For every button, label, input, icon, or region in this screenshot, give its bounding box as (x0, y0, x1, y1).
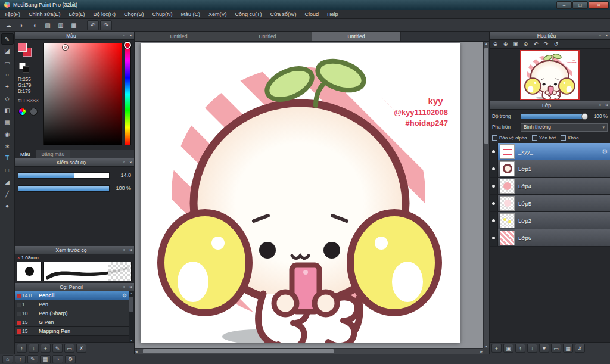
menu-item-select[interactable]: Chọn(S) (120, 10, 148, 18)
brush-preview-float-button[interactable]: ▫ (121, 247, 127, 253)
zoom-out-button[interactable]: ⊖ (491, 41, 500, 48)
brush-down-button[interactable]: ↓ (29, 344, 39, 353)
add-layer-button[interactable]: + (491, 344, 502, 353)
foreground-color-swatch[interactable] (18, 43, 27, 52)
brush-row-mapping-pen[interactable]: 15 Mapping Pen (15, 327, 129, 336)
scroll-thumb[interactable] (484, 48, 488, 144)
layer-visibility-toggle[interactable] (490, 160, 498, 177)
brush-opacity-slider[interactable] (18, 185, 110, 192)
layers-close-button[interactable]: × (603, 102, 610, 108)
layer-visibility-toggle[interactable] (490, 229, 498, 246)
menu-item-cloud[interactable]: Cloud (301, 10, 323, 18)
text-tool[interactable]: T (1, 153, 14, 164)
rotate-left-button[interactable]: ↶ (531, 41, 540, 48)
navigator-thumbnail[interactable] (520, 50, 580, 100)
settings-button[interactable]: ⚙ (65, 355, 76, 363)
close-button[interactable]: × (589, 1, 609, 9)
rotation-button[interactable]: ◔ (52, 355, 63, 363)
scroll-down-icon[interactable]: ▼ (130, 338, 133, 342)
maximize-button[interactable]: □ (572, 1, 588, 9)
brush-row-pen[interactable]: 1 Pen (15, 300, 129, 309)
brush-folder-button[interactable]: ▭ (64, 344, 74, 353)
menu-item-edit[interactable]: Chỉnh sửa(E) (24, 10, 65, 18)
bucket-tool[interactable]: ◧ (1, 105, 14, 116)
layer-row-lop1[interactable]: Lớp1 (490, 160, 610, 178)
brush-up-button[interactable]: ↑ (17, 344, 27, 353)
brush-list-scrollbar[interactable]: ▲ ▼ (129, 291, 134, 342)
zoom-in-button[interactable]: ⊕ (501, 41, 510, 48)
brush-row-g-pen[interactable]: 15 G Pen (15, 318, 129, 327)
scroll-right-icon[interactable]: ▶ (480, 350, 483, 353)
layer-row-lop5[interactable]: Lớp5 (490, 195, 610, 212)
layer-up-button[interactable]: ↑ (515, 344, 525, 353)
zoom-actual-button[interactable]: ⊙ (521, 41, 530, 48)
horizontal-scrollbar[interactable]: ◀ ▶ (135, 348, 483, 354)
gradient-tool[interactable]: ▩ (1, 117, 14, 128)
vertical-scrollbar[interactable]: ▲ ▼ (483, 42, 489, 348)
menu-item-view[interactable]: Xem(V) (204, 10, 231, 18)
layer-opacity-slider[interactable] (521, 114, 587, 119)
blend-mode-select[interactable]: Bình thường ▾ (521, 123, 608, 132)
layer-folder-button[interactable]: ▭ (551, 344, 561, 353)
speech-bubble-icon[interactable]: ◗ (15, 20, 27, 30)
menu-item-tools[interactable]: Công cụ(T) (231, 10, 266, 18)
brush-control-float-button[interactable]: ▫ (121, 159, 127, 166)
sv-indicator[interactable] (63, 45, 68, 50)
eyedropper-tool[interactable]: ◢ (1, 176, 14, 188)
layer-visibility-toggle[interactable] (490, 195, 498, 211)
brush-list-close-button[interactable]: × (127, 284, 134, 290)
brush-settings-icon[interactable]: ⚙ (122, 293, 129, 298)
clipping-checkbox[interactable] (532, 135, 537, 141)
lasso-tool[interactable]: ○ (1, 69, 14, 80)
pen-tool[interactable]: ✎ (1, 33, 14, 45)
canvas[interactable] (141, 43, 460, 343)
brush-preview-close-button[interactable]: × (127, 247, 134, 253)
duplicate-layer-button[interactable]: ▣ (503, 344, 513, 353)
delete-layer-button[interactable]: ✗ (575, 344, 585, 353)
comment-bubble-icon[interactable]: ◖ (29, 20, 41, 30)
eraser-tool[interactable]: ◪ (1, 45, 14, 57)
rotate-right-button[interactable]: ↷ (541, 41, 550, 48)
menu-item-layer[interactable]: Lớp(L) (65, 10, 89, 18)
tab-color[interactable]: Màu (15, 150, 36, 158)
grid-toggle-button[interactable]: ▦ (40, 355, 51, 363)
saturation-value-picker[interactable] (43, 43, 122, 145)
lock-checkbox[interactable] (561, 135, 566, 141)
doc-tab-2[interactable]: Untitled (223, 32, 312, 41)
delete-brush-button[interactable]: ✗ (76, 344, 86, 353)
menu-item-window[interactable]: Cửa sổ(W) (266, 10, 301, 18)
navigator-close-button[interactable]: × (603, 32, 610, 39)
doc-tab-1[interactable]: Untitled (135, 32, 223, 41)
layer-visibility-toggle[interactable] (490, 143, 498, 160)
doc-tab-3[interactable]: Untitled (312, 32, 401, 41)
tab-palette[interactable]: Bảng màu (36, 150, 71, 158)
brush-size-slider[interactable] (18, 172, 110, 179)
layers-float-button[interactable]: ▫ (597, 102, 603, 108)
rotate-reset-button[interactable]: ↺ (552, 41, 561, 48)
pen-settings-button[interactable]: ✎ (27, 355, 38, 363)
edit-brush-button[interactable]: ✎ (52, 344, 63, 353)
layer-row-lop4[interactable]: Lớp4 (490, 178, 610, 195)
shape-tool[interactable]: □ (1, 164, 14, 176)
brush-control-close-button[interactable]: × (127, 159, 134, 166)
fill-tool[interactable]: ◉ (1, 129, 14, 140)
undo-button[interactable]: ↶ (87, 20, 99, 30)
divide-tool[interactable]: ╱ (1, 188, 14, 200)
color-panel-float-button[interactable]: ▫ (121, 32, 127, 39)
grid-icon[interactable]: ▦ (68, 20, 80, 30)
redo-button[interactable]: ↷ (100, 20, 112, 30)
scroll-thumb[interactable] (129, 297, 133, 312)
brush-row-pencil[interactable]: 14.8 Pencil ⚙ (15, 291, 129, 300)
minimize-button[interactable]: – (556, 1, 572, 9)
navigator-float-button[interactable]: ▫ (597, 32, 603, 39)
transform-tool[interactable]: ◇ (1, 93, 14, 104)
move-tool[interactable]: + (1, 81, 14, 92)
color-panel-close-button[interactable]: × (127, 32, 134, 39)
scroll-up-icon[interactable]: ▲ (485, 42, 488, 45)
layer-visibility-toggle[interactable] (490, 178, 498, 194)
scroll-up-icon[interactable]: ▲ (130, 291, 133, 295)
eyedropper-button[interactable] (30, 108, 38, 116)
menu-item-color[interactable]: Màu (C) (177, 10, 205, 18)
add-brush-button[interactable]: + (41, 344, 51, 353)
layer-down-button[interactable]: ↓ (527, 344, 537, 353)
